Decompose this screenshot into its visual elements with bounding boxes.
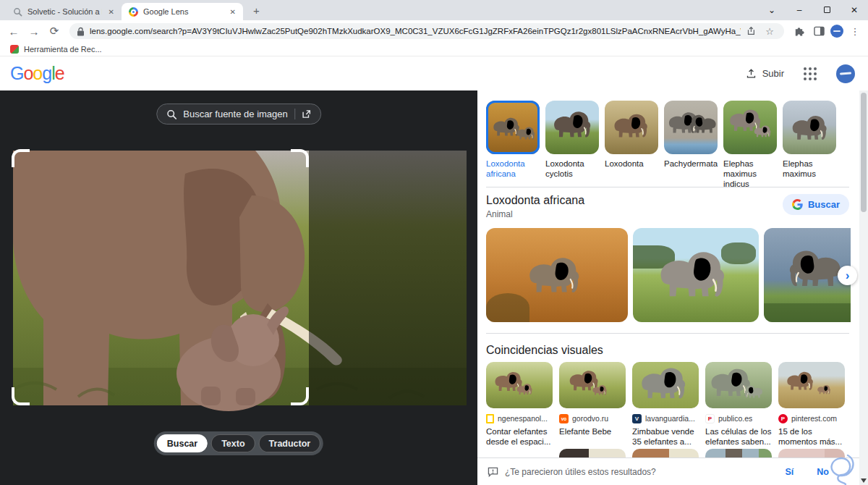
- match-domain: pinterest.com: [791, 414, 837, 423]
- entity-images-row: [486, 228, 851, 322]
- tab-close-icon[interactable]: ✕: [107, 8, 116, 16]
- mode-texto[interactable]: Texto: [211, 434, 255, 452]
- extensions-puzzle-icon[interactable]: [790, 26, 807, 37]
- google-logo[interactable]: Google: [10, 63, 64, 84]
- bookmark-star-icon[interactable]: ☆: [761, 26, 778, 37]
- entity-thumb-pachydermata[interactable]: Pachydermata: [664, 101, 718, 189]
- side-panel-icon[interactable]: [810, 26, 827, 36]
- address-bar[interactable]: lens.google.com/search?p=AV3Y9tCIuVJHwlw…: [69, 23, 784, 39]
- tab-google-lens[interactable]: Google Lens ✕: [122, 3, 243, 20]
- match-card[interactable]: Ppublico.es Las células de los elefantes…: [705, 362, 772, 447]
- feedback-bar: ¿Te parecieron útiles estos resultados? …: [477, 457, 859, 485]
- entity-thumb-loxodonta-cyclotis[interactable]: Loxodonta cyclotis: [545, 101, 599, 189]
- match-title: Contar elefantes desde el espaci...: [486, 426, 553, 447]
- tab-solvetic[interactable]: Solvetic - Solución a los problem ✕: [6, 3, 122, 20]
- lock-icon: [77, 27, 85, 36]
- scrollbar-thumb[interactable]: [861, 93, 867, 212]
- reload-button[interactable]: ⟳: [45, 25, 64, 38]
- divider: [486, 333, 849, 334]
- browser-titlebar: Solvetic - Solución a los problem ✕ Goog…: [0, 0, 868, 20]
- new-tab-button[interactable]: +: [249, 4, 264, 18]
- match-card[interactable]: ngenespanol... Contar elefantes desde el…: [486, 362, 553, 447]
- entity-image[interactable]: [486, 228, 628, 322]
- url-text: lens.google.com/search?p=AV3Y9tCIuVJHwlw…: [90, 27, 741, 35]
- share-icon[interactable]: [746, 26, 756, 36]
- close-button[interactable]: ✕: [841, 0, 868, 20]
- entity-thumb-elephas-maximus-indicus[interactable]: Elephas maximus indicus: [723, 101, 777, 189]
- entity-header: Loxodonta africana Animal Buscar: [486, 194, 849, 219]
- lens-content: Buscar fuente de imagen: [0, 90, 868, 485]
- feedback-icon: [488, 467, 498, 477]
- forward-button[interactable]: →: [25, 25, 43, 38]
- entity-titles: Loxodonta africana Animal: [486, 194, 584, 219]
- upload-icon: [746, 68, 757, 79]
- crop-handle-bottom-left[interactable]: [12, 387, 30, 405]
- find-source-label: Buscar fuente de imagen: [183, 109, 288, 119]
- carousel-next-button[interactable]: ›: [838, 266, 857, 285]
- crop-handle-top-right[interactable]: [291, 149, 309, 167]
- google-apps-grid-icon[interactable]: [809, 72, 812, 75]
- lens-search-icon: [166, 109, 176, 119]
- match-title: Elefante Bebe: [559, 426, 626, 436]
- bookmark-item[interactable]: Herramienta de Rec...: [24, 45, 102, 54]
- page-scrollbar[interactable]: [859, 90, 868, 485]
- browser-window: Solvetic - Solución a los problem ✕ Goog…: [0, 0, 868, 485]
- match-favicon: P: [705, 414, 715, 423]
- entity-google-search-button[interactable]: Buscar: [783, 194, 849, 215]
- feedback-question: ¿Te parecieron útiles estos resultados?: [505, 467, 656, 477]
- match-domain: ngenespanol...: [498, 414, 548, 423]
- browser-toolbar: ← → ⟳ lens.google.com/search?p=AV3Y9tCIu…: [0, 20, 868, 42]
- google-page-header: Google Subir: [0, 56, 868, 90]
- entity-subtitle: Animal: [486, 209, 584, 219]
- back-button[interactable]: ←: [4, 25, 23, 38]
- entity-thumb-elephas-maximus[interactable]: Elephas maximus: [783, 101, 836, 189]
- tab-search-chevron-icon[interactable]: ⌄: [758, 0, 786, 20]
- upload-image-button[interactable]: Subir: [746, 68, 784, 79]
- solvetic-favicon: [13, 7, 22, 17]
- entity-thumb-loxodonta[interactable]: Loxodonta: [605, 101, 658, 189]
- crop-handle-bottom-right[interactable]: [291, 387, 309, 405]
- cursor-annotation-swirl: [826, 452, 858, 485]
- bookmarks-bar: Herramienta de Rec...: [0, 42, 868, 56]
- lens-mode-switch: Buscar Texto Traductor: [154, 431, 323, 455]
- match-card[interactable]: Ppinterest.com 15 de los momentos más...: [778, 362, 845, 447]
- bookmark-favicon: [10, 45, 19, 54]
- lens-results-panel: Loxodonta africana Loxodonta cyclotis Lo…: [477, 90, 859, 485]
- mode-buscar[interactable]: Buscar: [157, 434, 208, 452]
- google-g-icon: [792, 199, 803, 210]
- match-favicon: V: [632, 414, 642, 423]
- upload-label: Subir: [762, 68, 784, 79]
- match-title: 15 de los momentos más...: [778, 426, 845, 447]
- window-controls: ⌄ – ✕: [758, 0, 868, 20]
- divider: [486, 187, 849, 187]
- menu-kebab-icon[interactable]: ⋮: [846, 26, 864, 37]
- match-domain: lavanguardia...: [645, 414, 695, 423]
- match-favicon: [486, 414, 494, 423]
- query-photo-elephants[interactable]: [13, 151, 467, 405]
- visual-matches-heading: Coincidencias visuales: [486, 344, 603, 357]
- minimize-button[interactable]: –: [786, 0, 813, 20]
- entity-image[interactable]: [633, 228, 759, 322]
- crop-handle-top-left[interactable]: [12, 149, 30, 167]
- tab-title: Solvetic - Solución a los problem: [27, 7, 102, 16]
- match-favicon: vo: [559, 414, 569, 423]
- entity-thumb-loxodonta-africana[interactable]: Loxodonta africana: [486, 101, 540, 189]
- maximize-button[interactable]: [813, 0, 841, 20]
- entity-thumbnails-row: Loxodonta africana Loxodonta cyclotis Lo…: [486, 101, 836, 189]
- scrollbar-down-arrow[interactable]: [861, 478, 867, 483]
- mode-traductor[interactable]: Traductor: [259, 434, 321, 452]
- account-avatar[interactable]: [836, 64, 855, 83]
- find-image-source-button[interactable]: Buscar fuente de imagen: [156, 104, 321, 125]
- tab-close-icon[interactable]: ✕: [229, 8, 237, 16]
- tab-title: Google Lens: [143, 7, 224, 16]
- profile-avatar[interactable]: [830, 25, 843, 38]
- match-domain: gorodvo.ru: [572, 414, 608, 423]
- feedback-yes-link[interactable]: Sí: [786, 467, 794, 477]
- entity-title: Loxodonta africana: [486, 194, 584, 207]
- match-card[interactable]: vogorodvo.ru Elefante Bebe: [559, 362, 626, 447]
- match-title: Zimbabue vende 35 elefantes a...: [632, 426, 699, 447]
- maximize-icon: [824, 7, 830, 13]
- button-divider: [294, 109, 295, 119]
- toolbar-right: ⋮: [790, 25, 864, 38]
- match-card[interactable]: Vlavanguardia... Zimbabue vende 35 elefa…: [632, 362, 699, 447]
